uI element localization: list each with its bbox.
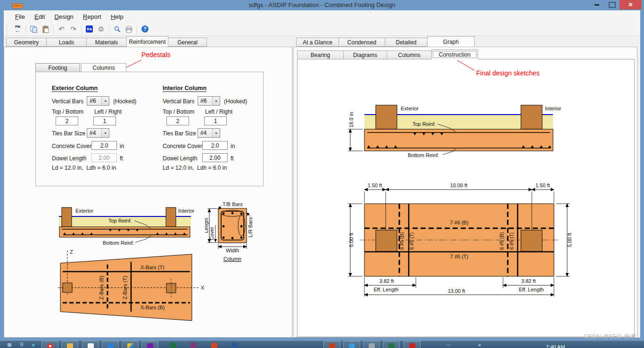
tab-at-a-glance[interactable]: At a Glance	[296, 38, 339, 47]
subtab-construction[interactable]: Construction	[431, 50, 478, 59]
width-label: Width	[226, 248, 239, 253]
app-icon	[409, 343, 415, 348]
cover-label: Cover	[209, 226, 215, 240]
taskbar-app-notepad[interactable]	[82, 341, 99, 348]
tab-materials[interactable]: Materials	[86, 38, 127, 47]
left-right-input-exterior[interactable]	[93, 116, 116, 125]
close-button[interactable]: ✕	[619, 0, 642, 9]
copy-icon	[30, 25, 38, 33]
concrete-cover-input-exterior[interactable]	[91, 141, 117, 150]
taskbar-app-window[interactable]	[363, 341, 380, 348]
settings-button[interactable]: ⚙	[95, 24, 107, 34]
tab-detailed[interactable]: Detailed	[385, 38, 428, 47]
taskbar-app-chrome[interactable]	[41, 341, 58, 348]
taskbar-app-word[interactable]	[226, 341, 243, 348]
taskbar-app-onenote[interactable]	[141, 341, 158, 348]
bottom-bars-label: 7 #6 (B)	[450, 220, 468, 225]
taskbar-clock[interactable]: 7:40 AM	[546, 344, 565, 348]
vertical-bars-select-interior[interactable]: #6 ▾	[198, 96, 220, 106]
tray-chevron[interactable]: »	[478, 342, 481, 348]
x-bars-bottom-label: X-Bars (B)	[140, 305, 165, 310]
toolbar-separator	[109, 25, 109, 33]
taskbar-app-photos[interactable]	[122, 341, 139, 348]
tab-general[interactable]: General	[168, 38, 207, 47]
taskbar-app-infopath[interactable]	[185, 341, 202, 348]
subtab-columns[interactable]: Columns	[387, 50, 432, 59]
menu-edit[interactable]: Edit	[30, 13, 50, 20]
bottom-reinf-label: Bottom Reinf.	[408, 152, 439, 158]
title-bar[interactable]: sdfgs - ASDIP Foundation - Combined Foot…	[0, 0, 644, 10]
tab-reinforcement[interactable]: Reinforcement	[126, 36, 168, 47]
print-button[interactable]	[123, 24, 135, 34]
redo-button[interactable]: ↷	[67, 24, 79, 34]
taskbar-app-ie[interactable]: e	[27, 341, 40, 348]
magnifier-icon	[114, 25, 121, 33]
exterior-column-heading: Exterior Column	[52, 85, 98, 92]
copy-button[interactable]	[28, 24, 40, 34]
drive-icon	[349, 343, 355, 348]
subtab-footing[interactable]: Footing	[35, 63, 80, 72]
tab-geometry[interactable]: Geometry	[6, 38, 47, 47]
paste-button[interactable]	[40, 24, 51, 34]
tab-loads[interactable]: Loads	[46, 38, 87, 47]
tab-condensed[interactable]: Condensed	[339, 38, 385, 47]
help-button[interactable]: ?	[139, 24, 151, 34]
top-reinf-label: Top Reinf.	[413, 121, 436, 127]
taskbar: ⊞ ⠿ e ⋯ » 7:40 AM	[0, 340, 644, 348]
menu-report[interactable]: Report	[78, 13, 106, 20]
ties-bar-size-select-exterior[interactable]: #4 ▾	[87, 128, 109, 138]
start-button[interactable]: ⊞	[4, 341, 15, 348]
subtab-diagrams[interactable]: Diagrams	[343, 50, 387, 59]
menu-file[interactable]: File	[10, 13, 30, 20]
exterior-label: Exterior	[401, 106, 419, 111]
taskbar-app-powerpoint[interactable]	[206, 341, 223, 348]
taskbar-app-acrobat[interactable]	[323, 341, 340, 348]
tb-bars-label: T/B Bars	[223, 201, 243, 207]
taskbar-app-excel[interactable]	[164, 341, 181, 348]
tab-graph[interactable]: Graph	[427, 36, 475, 47]
leader-line	[247, 213, 250, 216]
touch-keyboard-button[interactable]: ⠿	[16, 341, 27, 348]
preview-button[interactable]	[111, 24, 123, 34]
tray-overflow[interactable]: ⋯	[446, 342, 451, 348]
subtab-bearing[interactable]: Bearing	[297, 50, 344, 59]
vertical-bars-select-exterior[interactable]: #6 ▾	[87, 96, 109, 106]
dowel-unit-label: ft	[120, 155, 123, 162]
annotation-sketches-line	[455, 59, 477, 72]
dowel-length-input-interior[interactable]	[202, 153, 228, 162]
taskbar-app-blue[interactable]	[102, 341, 119, 348]
undo-button[interactable]: ↶	[56, 24, 67, 34]
taskbar-app-explorer[interactable]	[61, 341, 78, 348]
ka-icon: Ka	[86, 25, 93, 33]
taskbar-app-drive[interactable]	[343, 341, 360, 348]
annotation-pedestals: Pedestals	[141, 51, 170, 58]
maximize-button[interactable]	[604, 0, 619, 9]
ties-bar-size-select-interior[interactable]: #4 ▾	[198, 128, 220, 138]
subtab-columns[interactable]: Columns	[81, 63, 126, 72]
top-reinf-label: Top Reinf.	[108, 218, 132, 224]
interior-column-heading: Interior Column	[163, 85, 206, 92]
length-label: Length	[205, 218, 209, 233]
minimize-button[interactable]	[589, 0, 604, 9]
exterior-label: Exterior	[75, 208, 93, 214]
menu-help[interactable]: Help	[106, 13, 128, 20]
concrete-cover-input-interior[interactable]	[202, 141, 228, 150]
width-dim-left-label: 5.00 ft	[348, 233, 354, 248]
dim-mid-label: 10.00 ft	[450, 182, 468, 188]
taskbar-app-green[interactable]	[383, 341, 400, 348]
ties-bar-size-label: Ties Bar Size	[163, 130, 196, 137]
taskbar-app-red[interactable]	[404, 341, 421, 348]
menu-bar: File Edit Design Report Help	[4, 10, 640, 23]
load-factors-button[interactable]: Ka	[83, 24, 95, 34]
top-bottom-input-interior[interactable]	[166, 116, 189, 125]
concrete-cover-label: Concrete Cover	[163, 143, 202, 149]
menu-design[interactable]: Design	[50, 13, 78, 20]
lr-bars-label: L/R Bars	[248, 217, 253, 237]
left-right-input-interior[interactable]	[204, 116, 227, 125]
top-bottom-input-exterior[interactable]	[56, 116, 78, 125]
interior-label: Interior	[545, 106, 561, 111]
pm-mode-button[interactable]: PM ←	[12, 24, 24, 34]
toolbar: PM ← ↶ ↷ Ka	[4, 23, 640, 36]
z-axis-label: Z	[70, 249, 73, 255]
window-title: sdfgs - ASDIP Foundation - Combined Foot…	[0, 0, 644, 10]
